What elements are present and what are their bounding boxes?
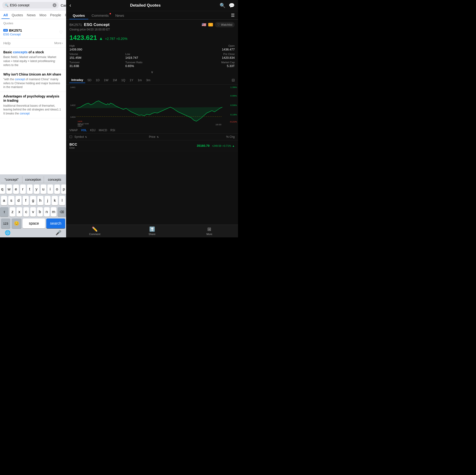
key-y[interactable]: y xyxy=(34,184,39,194)
share-icon: ⬆️ xyxy=(149,226,155,232)
chart-tab-intraday[interactable]: Intraday xyxy=(69,77,85,83)
search-input[interactable] xyxy=(10,3,51,7)
tab-people[interactable]: People xyxy=(48,11,63,19)
open-value: 1436.477 xyxy=(181,48,235,51)
key-h[interactable]: h xyxy=(37,196,43,205)
share-label: Share xyxy=(149,233,155,235)
key-s[interactable]: s xyxy=(8,196,14,205)
clear-button[interactable]: ✕ xyxy=(53,3,56,7)
key-shift[interactable]: ⇧ xyxy=(0,207,8,217)
key-g[interactable]: g xyxy=(30,196,36,205)
chart-tab-1m[interactable]: 1M xyxy=(111,77,119,83)
key-o[interactable]: o xyxy=(54,184,60,194)
help-item-0[interactable]: Basic concepts of a stock Basic field1. … xyxy=(0,48,66,70)
tab-news[interactable]: News xyxy=(25,11,38,19)
key-m[interactable]: m xyxy=(51,207,56,217)
price-sort-icon[interactable]: ⇅ xyxy=(157,136,159,138)
keyboard-area: "concept" conception concepts q w e r t … xyxy=(0,174,66,237)
suggestion-2[interactable]: concepts xyxy=(44,176,65,183)
key-search[interactable]: search xyxy=(46,218,65,229)
key-z[interactable]: z xyxy=(10,207,15,217)
help-item-2[interactable]: Advantages of psychology analysis in tra… xyxy=(0,92,66,118)
key-rows: q w e r t y u i o p a s d f g h j k l xyxy=(1,184,65,217)
search-action-icon[interactable]: 🔍 xyxy=(220,3,225,8)
tab-all[interactable]: All xyxy=(1,11,10,19)
chart-tab-3min[interactable]: 3m xyxy=(144,77,152,83)
key-j[interactable]: j xyxy=(45,196,51,205)
key-b[interactable]: b xyxy=(37,207,43,217)
key-f[interactable]: f xyxy=(23,196,29,205)
watchlist-heart-icon[interactable]: ♡ xyxy=(59,30,63,35)
key-w[interactable]: w xyxy=(6,184,12,194)
share-button[interactable]: ⬆️ Share xyxy=(123,226,181,235)
key-emoji[interactable]: 😊 xyxy=(12,218,21,229)
key-backspace[interactable]: ⌫ xyxy=(58,207,66,217)
price-change: +2.787 +0.20% xyxy=(105,37,128,41)
menu-icon[interactable]: ☰ xyxy=(231,13,235,18)
key-l[interactable]: l xyxy=(59,196,65,205)
help-desc-1: "with the concept of mainland China" mai… xyxy=(3,77,63,89)
cancel-button[interactable]: Cancel xyxy=(61,3,66,7)
tab-portfolio[interactable]: Portfolio xyxy=(63,11,66,19)
key-a[interactable]: a xyxy=(1,196,7,205)
key-i[interactable]: i xyxy=(48,184,53,194)
tab-moo[interactable]: Moo xyxy=(37,11,48,19)
key-n[interactable]: n xyxy=(44,207,50,217)
comment-button[interactable]: ✏️ Comment xyxy=(66,226,123,235)
quote-row[interactable]: US BK2571 ESG Concept ♡ xyxy=(0,26,66,39)
chart-settings-icon[interactable]: ⊟ xyxy=(232,78,235,82)
key-d[interactable]: d xyxy=(16,196,22,205)
key-q[interactable]: q xyxy=(0,184,5,194)
key-c[interactable]: c xyxy=(23,207,29,217)
symbol-row-bcc[interactable]: BCC Dow 35160.79 +249.59 +0.71% ▲ xyxy=(66,140,238,151)
rp-tab-comments[interactable]: Comments xyxy=(88,11,112,19)
ind-tab-vwap[interactable]: VWAP xyxy=(69,129,78,132)
key-space[interactable]: space xyxy=(23,218,45,229)
key-v[interactable]: v xyxy=(30,207,36,217)
key-r[interactable]: r xyxy=(20,184,26,194)
stat-market-cap: Market Cap 5.33T xyxy=(181,61,235,68)
chart-tab-1w[interactable]: 1W xyxy=(102,77,110,83)
sym-ticker: BCC xyxy=(69,142,77,146)
ind-tab-macd[interactable]: MACD xyxy=(99,129,107,132)
mic-icon[interactable]: 🎤 xyxy=(55,230,61,235)
help-title-0: Basic concepts of a stock xyxy=(3,50,63,54)
price-chart: 1441 1422 1424 1.39% 0.99% 0.59% 0.19% -… xyxy=(66,85,238,127)
symbol-sort-icon[interactable]: ⇅ xyxy=(85,136,87,138)
key-p[interactable]: p xyxy=(61,184,66,194)
quote-ticker: US BK2571 xyxy=(3,28,22,32)
more-link-text: More xyxy=(54,41,61,45)
chart-tab-1y[interactable]: 1Y xyxy=(128,77,135,83)
chart-tab-1d[interactable]: 1D xyxy=(94,77,102,83)
key-u[interactable]: u xyxy=(41,184,46,194)
ind-tab-vol[interactable]: VOL xyxy=(81,129,87,132)
key-t[interactable]: t xyxy=(27,184,33,194)
key-k[interactable]: k xyxy=(52,196,58,205)
expand-row[interactable]: ∨ xyxy=(69,70,235,74)
key-x[interactable]: x xyxy=(17,207,22,217)
more-link[interactable]: More › xyxy=(54,41,63,45)
rp-tab-news[interactable]: News xyxy=(112,11,128,19)
back-button[interactable]: ‹ xyxy=(69,2,71,8)
chart-tab-1q[interactable]: 1Q xyxy=(119,77,127,83)
more-button[interactable]: ⊞ More xyxy=(181,226,238,235)
watchlist-button[interactable]: ♡ Watchlist xyxy=(215,22,235,27)
chat-action-icon[interactable]: 💬 xyxy=(229,3,235,8)
search-input-wrap[interactable]: 🔍 ✕ xyxy=(2,2,59,8)
checkbox-icon[interactable]: ☐ xyxy=(69,135,72,139)
stock-ticker: BK2571 xyxy=(69,23,82,27)
ind-tab-rsi[interactable]: RSI xyxy=(110,129,115,132)
globe-icon[interactable]: 🌐 xyxy=(5,230,11,235)
comments-dot xyxy=(110,13,111,14)
ind-tab-kdj[interactable]: KDJ xyxy=(90,129,96,132)
chart-tab-5d[interactable]: 5D xyxy=(86,77,94,83)
suggestion-0[interactable]: "concept" xyxy=(1,176,22,183)
key-123[interactable]: 123 xyxy=(1,218,10,229)
key-e[interactable]: e xyxy=(13,184,19,194)
sym-price: 35160.79 xyxy=(197,144,209,147)
tab-quotes[interactable]: Quotes xyxy=(10,11,25,19)
suggestion-1[interactable]: conception xyxy=(22,176,44,183)
chart-tab-1min[interactable]: 1m xyxy=(136,77,144,83)
help-item-1[interactable]: Why isn't China Unicom an AH share "with… xyxy=(0,70,66,92)
rp-tab-quotes[interactable]: Quotes xyxy=(69,11,88,19)
